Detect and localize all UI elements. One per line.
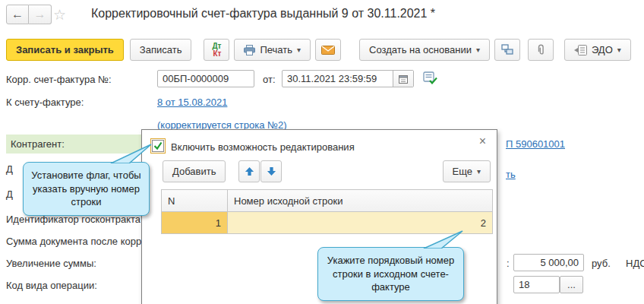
envelope-icon — [321, 46, 335, 55]
column-header-n[interactable]: N — [162, 190, 228, 211]
dt-kt-postings-button[interactable]: ДтКт — [204, 39, 229, 61]
paperclip-icon — [535, 44, 546, 55]
forward-button[interactable]: → — [29, 5, 52, 24]
nds-label: НДС — [626, 258, 644, 269]
document-check-icon[interactable] — [423, 71, 437, 87]
arrow-down-icon — [267, 166, 276, 176]
covered-colon-fragment: : — [507, 258, 510, 269]
print-label: Печать — [260, 44, 292, 55]
checkmark-icon — [153, 141, 163, 151]
date-input[interactable]: 30.11.2021 23:59:59 — [282, 70, 414, 87]
chevron-down-icon: ▾ — [297, 46, 301, 54]
calendar-icon — [399, 74, 408, 84]
document-structure-icon — [501, 44, 513, 55]
rub-label: руб. — [592, 258, 611, 269]
more-actions-button[interactable]: Еще ▾ — [443, 160, 491, 182]
calendar-button[interactable] — [393, 71, 413, 87]
toolbar: Записать и закрыть Записать ДтКт Печать … — [6, 39, 631, 61]
close-icon[interactable]: × — [479, 135, 486, 148]
table-header-row: N Номер исходной строки — [162, 190, 492, 212]
corrective-invoice-window: ← → ☆ Корректировочный счет-фактура выда… — [0, 0, 644, 304]
corr-invoice-number-label: Корр. счет-фактура №: — [6, 74, 112, 85]
operation-code-select-button[interactable]: ... — [560, 276, 583, 293]
related-documents-button[interactable] — [494, 39, 520, 61]
chevron-down-icon: ▾ — [617, 46, 621, 54]
date-from-label: от: — [263, 74, 276, 85]
move-row-up-button[interactable] — [238, 160, 260, 182]
move-row-down-button[interactable] — [260, 160, 282, 182]
favorite-star-icon[interactable]: ☆ — [53, 6, 66, 24]
cell-row-number[interactable]: 1 — [162, 212, 228, 233]
chevron-down-icon: ▾ — [476, 46, 480, 54]
create-based-on-label: Создать на основании — [369, 44, 472, 55]
column-header-line-number[interactable]: Номер исходной строки — [228, 190, 492, 211]
edo-label: ЭДО — [592, 44, 613, 55]
covered-label-fragment-1: Д — [6, 163, 13, 175]
checkbox-hint-text: Установите флаг, чтобы указать вручную н… — [31, 169, 140, 207]
enable-editing-label: Включить возможность редактирования — [171, 141, 355, 153]
chevron-down-icon: ▾ — [477, 167, 481, 176]
line-numbers-table: N Номер исходной строки 1 2 — [161, 189, 493, 234]
back-arrow-icon: ← — [11, 8, 24, 21]
tooltip-pointer — [422, 230, 465, 249]
forward-arrow-icon: → — [34, 8, 46, 21]
line-number-hint-text: Укажите порядковый номер строки в исходн… — [327, 255, 454, 293]
arrow-up-icon — [245, 166, 254, 176]
page-title: Корректировочный счет-фактура выданный 9… — [91, 7, 435, 21]
contragent-label: Контрагент: — [11, 138, 65, 150]
back-button[interactable]: ← — [6, 5, 29, 24]
checkbox-hint-tooltip: Установите флаг, чтобы указать вручную н… — [23, 162, 150, 216]
corr-invoice-number-input[interactable]: 00БП-0000009 — [157, 70, 254, 87]
sum-after-correction-label: Сумма документа после корр — [6, 236, 141, 247]
line-number-hint-tooltip: Укажите порядковый номер строки в исходн… — [317, 247, 464, 301]
to-invoice-link[interactable]: 8 от 15.08.2021 — [157, 97, 227, 108]
date-value: 30.11.2021 23:59:59 — [287, 73, 377, 84]
create-based-on-button[interactable]: Создать на основании ▾ — [359, 39, 490, 61]
sum-increase-label: Увеличение суммы: — [6, 258, 96, 269]
contragent-inn-kpp-link[interactable]: П 590601001 — [506, 138, 565, 150]
nav-history-group: ← → — [6, 5, 52, 24]
send-email-button[interactable] — [315, 39, 341, 61]
save-and-close-button[interactable]: Записать и закрыть — [6, 39, 124, 61]
save-button[interactable]: Записать — [130, 39, 192, 61]
change-link-fragment[interactable]: ть — [506, 169, 516, 180]
dt-kt-icon: ДтКт — [212, 43, 221, 58]
more-label: Еще — [453, 166, 472, 177]
edo-exchange-icon — [574, 45, 587, 55]
sum-input[interactable]: 5 000,00 — [513, 254, 584, 271]
attachments-button[interactable] — [528, 39, 554, 61]
operation-code-label: Код вида операции: — [6, 280, 97, 291]
printer-icon — [244, 45, 255, 55]
enable-editing-checkbox[interactable] — [152, 140, 164, 152]
tooltip-pointer — [109, 143, 153, 163]
operation-code-input[interactable]: 18 — [513, 276, 560, 293]
to-invoice-label: К счету-фактуре: — [6, 97, 84, 108]
covered-label-fragment-2: Д — [6, 188, 13, 200]
edo-button[interactable]: ЭДО ▾ — [564, 39, 631, 61]
add-row-button[interactable]: Добавить — [163, 160, 226, 182]
print-button[interactable]: Печать ▾ — [234, 39, 311, 61]
